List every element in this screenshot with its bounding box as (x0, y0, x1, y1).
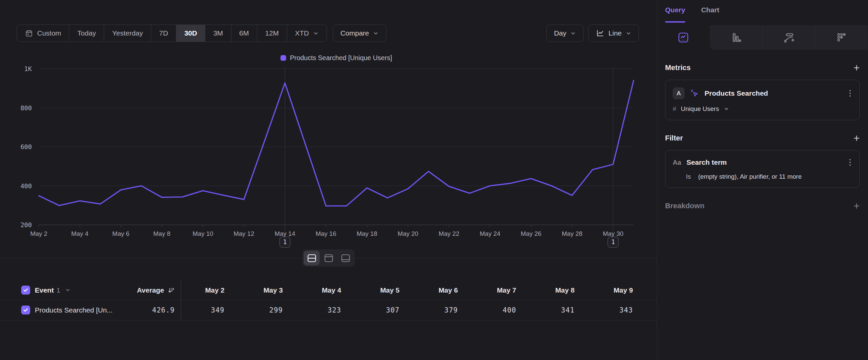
metric-more-options-button[interactable] (848, 89, 852, 98)
chevron-down-icon[interactable] (65, 287, 71, 293)
range-label: Today (77, 29, 96, 37)
row-average-value: 426.9 (119, 300, 181, 320)
range-label: 6M (239, 29, 249, 37)
line-chart[interactable]: 1K80060040020011May 2May 4May 6May 8May … (0, 43, 657, 257)
cell-value: 400 (458, 300, 516, 320)
breakdown-heading: Breakdown (665, 201, 705, 210)
metric-letter-badge: A (673, 87, 685, 99)
check-icon (23, 308, 28, 312)
calendar-icon (25, 29, 33, 37)
view-tab-retention[interactable] (815, 25, 868, 50)
x-axis-tick-label: May 6 (113, 230, 130, 237)
toolbar: CustomTodayYesterday7D30D3M6M12MXTD Comp… (17, 25, 639, 42)
active-tab-underline (665, 21, 685, 23)
panel-body: Metrics + A Products Searched # Unique U… (657, 62, 868, 211)
analytics-app: CustomTodayYesterday7D30D3M6M12MXTD Comp… (0, 0, 868, 360)
table-row: Products Searched [Un... 426.9 349299323… (0, 300, 657, 321)
chevron-down-icon (373, 31, 379, 36)
funnels-tab-icon (731, 32, 742, 43)
range-6m[interactable]: 6M (231, 25, 257, 41)
layout-table-only-button[interactable] (338, 251, 353, 265)
filter-more-options-button[interactable] (848, 158, 852, 167)
x-axis-tick-label: May 28 (562, 230, 582, 237)
x-axis-tick-label: May 20 (398, 230, 418, 237)
table-only-icon (341, 254, 350, 262)
tab-query[interactable]: Query (665, 6, 685, 25)
filter-condition-row[interactable]: Is (empty string), Air purifier, or 11 m… (673, 173, 852, 180)
event-header-label: Event (35, 286, 54, 294)
x-axis-tick-label: May 8 (153, 230, 170, 237)
metric-card[interactable]: A Products Searched # Unique Users (665, 80, 860, 120)
column-header-may-3: May 3 (224, 281, 283, 300)
granularity-button[interactable]: Day (547, 25, 584, 42)
tab-chart[interactable]: Chart (701, 6, 719, 25)
add-metric-button[interactable]: + (854, 62, 860, 73)
chevron-down-icon (570, 31, 576, 36)
x-axis-tick-label: May 22 (439, 230, 459, 237)
event-spark-icon (690, 89, 699, 98)
column-header-may-8: May 8 (516, 281, 575, 300)
range-yesterday[interactable]: Yesterday (104, 25, 151, 41)
view-tab-insights[interactable] (657, 25, 710, 50)
y-axis-tick-label: 200 (21, 221, 32, 228)
x-axis-tick-label: May 14 (275, 230, 296, 237)
tab-query-label: Query (665, 6, 685, 13)
text-type-icon: Aa (673, 159, 681, 166)
chart-type-button[interactable]: Line (588, 25, 639, 42)
select-all-checkbox[interactable] (21, 286, 30, 295)
range-custom[interactable]: Custom (17, 25, 69, 41)
x-axis-tick-label: May 10 (193, 230, 213, 237)
event-count: 1 (56, 286, 60, 294)
row-label: Products Searched [Un... (35, 306, 113, 314)
tab-chart-label: Chart (701, 6, 719, 13)
cell-value: 379 (400, 300, 458, 320)
filter-property-name: Search term (687, 159, 727, 166)
range-label: 7D (159, 29, 168, 37)
metric-aggregation-row[interactable]: # Unique Users (673, 105, 852, 113)
compare-button[interactable]: Compare (333, 25, 386, 42)
metric-name: Products Searched (705, 89, 768, 97)
chart-only-icon (324, 254, 333, 262)
column-header-may-4: May 4 (283, 281, 341, 300)
range-7d[interactable]: 7D (151, 25, 176, 41)
layout-split-button[interactable] (304, 251, 320, 265)
breakdown-section-header: Breakdown + (665, 201, 860, 211)
view-tab-flows[interactable] (762, 25, 815, 50)
panel-tabs: Query Chart (657, 0, 868, 25)
range-xtd[interactable]: XTD (287, 25, 327, 41)
check-icon (23, 288, 28, 292)
x-axis-tick-label: May 30 (603, 230, 623, 237)
add-filter-button[interactable]: + (854, 133, 860, 143)
column-header-may-2: May 2 (181, 281, 224, 300)
layout-chart-only-button[interactable] (320, 251, 337, 265)
insights-tab-icon (678, 32, 689, 43)
range-today[interactable]: Today (69, 25, 104, 41)
view-tab-funnels[interactable] (710, 25, 762, 50)
range-30d[interactable]: 30D (176, 25, 205, 41)
row-checkbox[interactable] (21, 306, 30, 314)
aggregation-label: Unique Users (681, 105, 719, 113)
sort-desc-icon[interactable] (167, 286, 175, 294)
y-axis-tick-label: 600 (21, 143, 32, 150)
filter-heading: Filter (665, 134, 683, 142)
annotation-count: 1 (611, 238, 615, 245)
x-axis-tick-label: May 16 (316, 230, 336, 237)
range-label: XTD (295, 29, 309, 37)
filter-card[interactable]: Aa Search term Is (empty string), Air pu… (665, 150, 860, 188)
date-column-headers: May 2May 3May 4May 5May 6May 7May 8May 9 (181, 281, 633, 300)
cell-value: 343 (575, 300, 633, 320)
cell-value: 323 (283, 300, 341, 320)
metrics-heading: Metrics (665, 63, 691, 72)
report-type-tab-group (710, 25, 868, 50)
range-12m[interactable]: 12M (257, 25, 287, 41)
range-label: 3M (213, 29, 223, 37)
range-label: 30D (184, 29, 197, 37)
line-chart-icon (596, 29, 604, 37)
add-breakdown-button[interactable]: + (854, 201, 860, 211)
flows-tab-icon (783, 32, 795, 43)
series-line[interactable] (39, 80, 633, 206)
layout-toggle (302, 249, 355, 267)
column-header-may-9: May 9 (575, 281, 633, 300)
range-3m[interactable]: 3M (205, 25, 231, 41)
y-axis-tick-label: 1K (24, 65, 32, 73)
